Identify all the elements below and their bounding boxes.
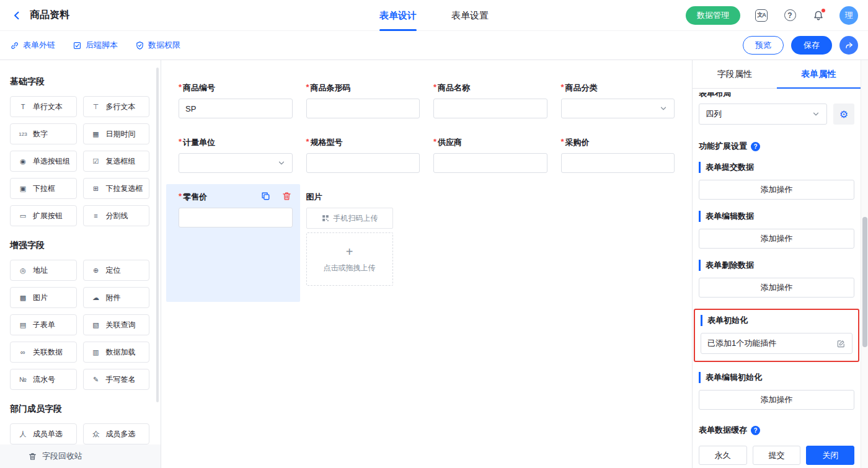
top-header: 商品资料 表单设计 表单设置 数据管理 文A ? 理 xyxy=(0,0,868,31)
help-button[interactable]: ? xyxy=(782,8,797,23)
required-mark: * xyxy=(433,82,436,94)
barcode-input[interactable] xyxy=(306,99,420,118)
field-item-data-load[interactable]: ▥数据加载 xyxy=(83,342,150,363)
share-button[interactable] xyxy=(839,36,858,55)
add-action-button-submit[interactable]: 添加操作 xyxy=(699,180,854,200)
field-item-datetime[interactable]: ▦日期时间 xyxy=(83,123,150,144)
edit-plugin-button[interactable] xyxy=(836,339,846,348)
backend-script-icon xyxy=(73,41,82,50)
form-layout-label-clipped: 表单布局 xyxy=(699,92,854,100)
upload-dropzone[interactable]: + 点击或拖拽上传 xyxy=(306,232,393,286)
field-item-signature[interactable]: ✎手写签名 xyxy=(83,369,150,390)
page-scrollbar-thumb[interactable] xyxy=(862,217,867,347)
cache-option-submit[interactable]: 提交 xyxy=(753,446,801,465)
required-mark: * xyxy=(561,137,564,148)
delete-field-button[interactable] xyxy=(280,189,294,203)
field-item-multi-line-text[interactable]: ⊤多行文本 xyxy=(83,96,150,117)
form-field-unit[interactable]: *计量单位 xyxy=(179,137,293,173)
form-init-plugin-field[interactable]: 已添加1个功能插件 xyxy=(701,333,852,354)
multi-line-text-icon: ⊤ xyxy=(90,103,102,111)
form-field-barcode[interactable]: *商品条形码 xyxy=(306,82,420,118)
field-item-single-line-text[interactable]: T单行文本 xyxy=(10,96,77,117)
translate-button[interactable]: 文A xyxy=(754,8,769,23)
tab-field-properties[interactable]: 字段属性 xyxy=(693,60,777,88)
field-label: 商品分类 xyxy=(565,82,598,94)
form-field-purchase-price[interactable]: *采购价 xyxy=(561,137,675,173)
back-button[interactable] xyxy=(10,9,24,22)
field-item-divider[interactable]: ≡分割线 xyxy=(83,205,150,226)
product-name-input[interactable] xyxy=(433,99,547,118)
tab-form-properties[interactable]: 表单属性 xyxy=(777,60,861,88)
field-label: 零售价 xyxy=(183,192,207,203)
add-action-button-edit-init[interactable]: 添加操作 xyxy=(699,390,854,410)
form-field-supplier[interactable]: *供应商 xyxy=(433,137,547,173)
field-item-location[interactable]: ⊕定位 xyxy=(83,260,150,281)
chevron-down-icon xyxy=(812,110,820,118)
field-panel-scrollbar[interactable] xyxy=(156,68,159,402)
form-field-product-code[interactable]: *商品编号 SP xyxy=(179,82,293,118)
qr-code-icon xyxy=(321,214,330,223)
scan-upload-button[interactable]: 手机扫码上传 xyxy=(306,208,393,229)
backend-script-label: 后端脚本 xyxy=(86,40,118,51)
field-item-number[interactable]: 123数字 xyxy=(10,123,77,144)
unit-select[interactable] xyxy=(179,153,293,173)
form-field-retail-price-selected[interactable]: *零售价 xyxy=(166,184,300,302)
backend-script-link[interactable]: 后端脚本 xyxy=(73,40,118,51)
save-button[interactable]: 保存 xyxy=(791,36,832,55)
field-item-member-single[interactable]: 人成员单选 xyxy=(10,423,77,444)
field-item-member-multi[interactable]: 众成员多选 xyxy=(83,423,150,444)
cache-option-close[interactable]: 关闭 xyxy=(806,446,854,465)
product-category-select[interactable] xyxy=(561,99,675,118)
layout-columns-select[interactable]: 四列 xyxy=(699,104,827,125)
preview-button[interactable]: 预览 xyxy=(743,36,784,55)
retail-price-input[interactable] xyxy=(179,208,293,227)
field-item-dropdown[interactable]: ▣下拉框 xyxy=(10,178,77,199)
field-item-linked-query[interactable]: ▧关联查询 xyxy=(83,314,150,335)
annotation-highlight-box: 表单初始化 已添加1个功能插件 xyxy=(694,309,859,362)
field-item-checkbox-group[interactable]: ☑复选框组 xyxy=(83,151,150,172)
data-permission-link[interactable]: 数据权限 xyxy=(135,40,180,51)
form-field-image-upload[interactable]: 图片 手机扫码上传 + 点击或拖拽上传 xyxy=(306,192,420,286)
data-permission-label: 数据权限 xyxy=(148,40,180,51)
product-code-input[interactable]: SP xyxy=(179,99,293,118)
field-item-subform[interactable]: ▤子表单 xyxy=(10,314,77,335)
field-item-multi-dropdown[interactable]: ⊞下拉复选框 xyxy=(83,178,150,199)
form-delete-data-title: 表单删除数据 xyxy=(699,260,854,271)
avatar[interactable]: 理 xyxy=(839,6,858,25)
field-item-address[interactable]: ◎地址 xyxy=(10,260,77,281)
field-item-radio-group[interactable]: ◉单选按钮组 xyxy=(10,151,77,172)
supplier-input[interactable] xyxy=(433,153,547,173)
dropdown-icon: ▣ xyxy=(17,185,29,193)
section-title-member-fields: 部门成员字段 xyxy=(10,404,149,415)
field-item-serial-number[interactable]: №流水号 xyxy=(10,369,77,390)
tab-form-design[interactable]: 表单设计 xyxy=(379,0,417,31)
duplicate-field-button[interactable] xyxy=(259,189,273,203)
product-code-value: SP xyxy=(185,104,196,113)
add-action-button-delete[interactable]: 添加操作 xyxy=(699,278,854,298)
form-edit-init-title: 表单编辑初始化 xyxy=(699,372,854,383)
notification-button[interactable] xyxy=(811,8,826,23)
form-field-product-name[interactable]: *商品名称 xyxy=(433,82,547,118)
field-item-attachment[interactable]: ☁附件 xyxy=(83,287,150,308)
form-external-link[interactable]: 表单外链 xyxy=(10,40,55,51)
field-item-extend-button[interactable]: ▭扩展按钮 xyxy=(10,205,77,226)
form-field-product-category[interactable]: *商品分类 xyxy=(561,82,675,118)
form-cache-help-icon[interactable]: ? xyxy=(751,426,760,435)
data-manage-button[interactable]: 数据管理 xyxy=(686,6,740,25)
add-action-button-edit[interactable]: 添加操作 xyxy=(699,229,854,249)
spec-model-input[interactable] xyxy=(306,153,420,173)
serial-number-icon: № xyxy=(17,376,29,383)
field-library-panel: 基础字段 T单行文本 ⊤多行文本 123数字 ▦日期时间 ◉单选按钮组 ☑复选框… xyxy=(0,60,161,468)
layout-settings-button[interactable]: ⚙ xyxy=(833,104,854,125)
cache-option-permanent[interactable]: 永久 xyxy=(699,446,747,465)
calendar-icon: ▦ xyxy=(90,130,102,138)
form-field-spec-model[interactable]: *规格型号 xyxy=(306,137,420,173)
field-recycle-bin[interactable]: 字段回收站 xyxy=(0,444,161,468)
field-item-image[interactable]: ▩图片 xyxy=(10,287,77,308)
page-scrollbar[interactable] xyxy=(861,60,868,468)
purchase-price-input[interactable] xyxy=(561,153,675,173)
field-item-linked-data[interactable]: ∞关联数据 xyxy=(10,342,77,363)
tab-form-settings[interactable]: 表单设置 xyxy=(451,0,489,31)
extension-settings-help-icon[interactable]: ? xyxy=(751,142,760,151)
form-canvas[interactable]: *商品编号 SP *商品条形码 *商品名称 *商品分类 xyxy=(161,60,692,468)
